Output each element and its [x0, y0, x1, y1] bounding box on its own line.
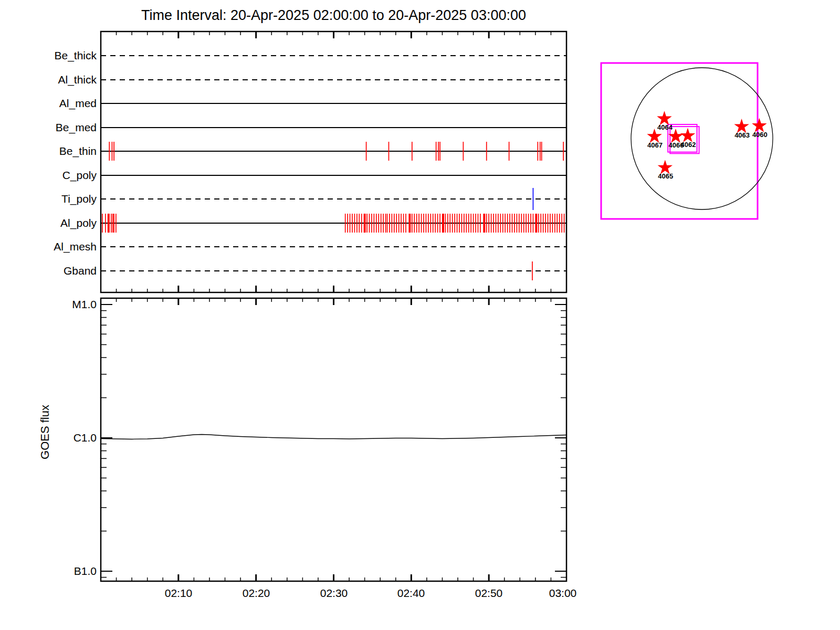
filter-label-al-thick: Al_thick: [0, 74, 97, 86]
goes-flux-axis-label: GOES flux: [38, 380, 52, 485]
xtick-label-0300: 03:00: [549, 587, 577, 600]
filter-label-be-med: Be_med: [0, 121, 97, 134]
goes-flux-curve: [101, 434, 566, 439]
filter-label-be-thick: Be_thick: [0, 49, 97, 62]
active-region-label: 4060: [752, 131, 768, 139]
active-region-label: 4063: [734, 131, 750, 139]
active-region-label: 4065: [658, 172, 673, 180]
active-region-label: 4067: [647, 141, 663, 149]
xtick-label-0250: 02:50: [475, 587, 503, 600]
filter-timeline-panel: [101, 32, 566, 292]
filter-label-al-med: Al_med: [0, 97, 97, 110]
xrt-goes-observation-plot: 4064406740664062406540634060 Time Interv…: [0, 0, 840, 630]
filter-label-al-mesh: Al_mesh: [0, 240, 97, 253]
filter-label-be-thin: Be_thin: [0, 145, 97, 158]
filter-label-ti-poly: Ti_poly: [0, 193, 97, 205]
xtick-label-0210: 02:10: [165, 587, 193, 600]
active-region-label: 4062: [681, 141, 696, 149]
xtick-label-0220: 02:20: [243, 587, 270, 600]
goes-ytick-m1: M1.0: [0, 298, 97, 311]
filter-label-gband: Gband: [0, 265, 97, 277]
chart-canvas: 4064406740664062406540634060: [0, 0, 840, 630]
filter-label-al-poly: Al_poly: [0, 217, 97, 229]
plot-title: Time Interval: 20-Apr-2025 02:00:00 to 2…: [101, 7, 566, 24]
filter-label-c-poly: C_poly: [0, 169, 97, 182]
xtick-label-0230: 02:30: [320, 587, 348, 600]
active-region-label: 4064: [657, 123, 673, 131]
xtick-label-0240: 02:40: [397, 587, 425, 600]
goes-ytick-b1: B1.0: [0, 565, 97, 578]
goes-flux-panel: [101, 298, 566, 581]
